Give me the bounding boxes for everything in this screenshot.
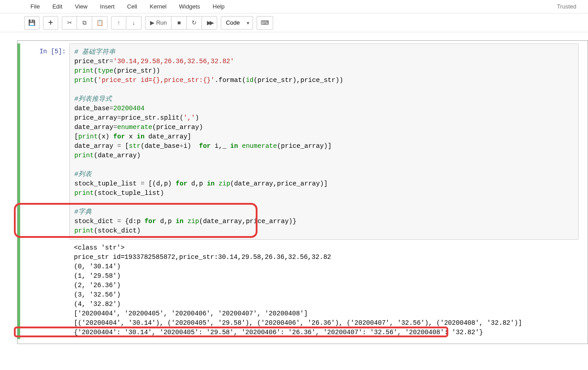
command-palette-button[interactable]: ⌨ [257, 16, 273, 30]
stop-icon: ■ [177, 19, 181, 26]
arrow-down-icon: ↓ [132, 19, 135, 26]
move-up-button[interactable]: ↑ [111, 16, 126, 30]
menu-cell[interactable]: Cell [121, 0, 143, 13]
restart-icon: ↻ [192, 19, 197, 26]
add-cell-button[interactable]: + [43, 16, 58, 30]
code-input[interactable]: # 基础字符串 price_str='30.14,29.58,26.36,32.… [69, 43, 579, 240]
fast-forward-icon: ▶▶ [207, 19, 212, 26]
menu-file[interactable]: File [24, 0, 46, 13]
toolbar: 💾 + ✂ ⧉ 📋 ↑ ↓ ▶ Run ■ ↻ ▶▶ Code ⌨ [0, 13, 588, 32]
menu-edit[interactable]: Edit [46, 0, 69, 13]
menu-help[interactable]: Help [206, 0, 231, 13]
run-label: Run [156, 19, 167, 26]
trusted-indicator[interactable]: Trusted [557, 3, 579, 10]
restart-run-all-button[interactable]: ▶▶ [202, 16, 217, 30]
menu-kernel[interactable]: Kernel [143, 0, 173, 13]
interrupt-button[interactable]: ■ [172, 16, 187, 30]
save-button[interactable]: 💾 [24, 16, 39, 30]
cell-output: <class 'str'> price_str id=1933782585872… [69, 240, 579, 339]
notebook-container: In [5]: # 基础字符串 price_str='30.14,29.58,2… [0, 32, 588, 352]
code-cell[interactable]: In [5]: # 基础字符串 price_str='30.14,29.58,2… [17, 41, 588, 344]
menu-widgets[interactable]: Widgets [173, 0, 206, 13]
save-icon: 💾 [28, 19, 35, 26]
cut-button[interactable]: ✂ [62, 16, 77, 30]
menu-insert[interactable]: Insert [94, 0, 121, 13]
arrow-up-icon: ↑ [117, 19, 120, 26]
copy-icon: ⧉ [82, 19, 86, 26]
menubar: File Edit View Insert Cell Kernel Widget… [0, 0, 588, 13]
copy-button[interactable]: ⧉ [77, 16, 92, 30]
paste-icon: 📋 [96, 19, 103, 26]
cut-icon: ✂ [67, 19, 72, 26]
play-icon: ▶ [150, 19, 155, 26]
menu-view[interactable]: View [69, 0, 94, 13]
keyboard-icon: ⌨ [261, 19, 269, 26]
paste-button[interactable]: 📋 [92, 16, 107, 30]
run-button[interactable]: ▶ Run [145, 16, 172, 30]
move-down-button[interactable]: ↓ [126, 16, 142, 30]
cell-type-select[interactable]: Code [221, 16, 253, 30]
plus-icon: + [48, 18, 53, 27]
restart-button[interactable]: ↻ [187, 16, 202, 30]
input-prompt: In [5]: [20, 43, 69, 339]
